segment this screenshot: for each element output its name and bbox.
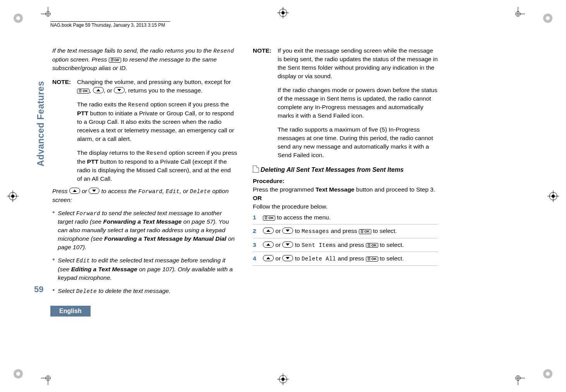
intro-text: If the text message fails to send, the r… <box>52 47 213 54</box>
step-text: to select. <box>378 255 404 262</box>
gear-mark-icon <box>541 367 554 380</box>
note-text: The display returns to the <box>77 149 146 156</box>
note-text: button to respond to a Private Call (exc… <box>77 158 231 182</box>
note-text: button to initiate a Private or Group Ca… <box>77 110 234 142</box>
bullet-text: Select <box>58 210 76 216</box>
code-edit: Edit <box>166 188 180 195</box>
crop-corner-icon <box>511 371 525 385</box>
step-text: to access the menu. <box>275 214 331 221</box>
code-sent-items: Sent Items <box>302 242 336 248</box>
right-column: NOTE: If you exit the message sending sc… <box>253 46 438 296</box>
step-text: to <box>293 228 302 234</box>
registration-mark-icon <box>277 7 289 19</box>
ptt-label: PTT <box>87 158 98 165</box>
registration-mark-icon <box>277 373 289 385</box>
page-icon <box>253 166 259 173</box>
left-column: If the text message fails to send, the r… <box>52 46 237 296</box>
gear-mark-icon <box>12 367 25 380</box>
press-text: to access the <box>99 188 138 194</box>
svg-point-29 <box>16 372 20 376</box>
down-button-icon <box>282 228 293 234</box>
svg-point-15 <box>552 195 555 198</box>
code-delete: Delete <box>76 288 97 294</box>
registration-mark-icon <box>547 190 559 202</box>
code-resend: Resend <box>146 150 167 156</box>
step-text: or <box>274 255 282 262</box>
gear-mark-icon <box>541 12 554 25</box>
up-button-icon <box>93 87 104 93</box>
gear-mark-icon <box>12 12 25 25</box>
xref: Forwarding a Text Message by Manual Dial <box>104 235 226 242</box>
step-text: to select. <box>378 241 404 248</box>
svg-point-11 <box>11 195 14 198</box>
step-number: 1 <box>253 213 259 222</box>
svg-point-27 <box>546 16 550 20</box>
ok-button-icon: ☰ OK <box>366 243 378 248</box>
step-text: to select. <box>371 228 397 234</box>
up-button-icon <box>263 241 274 248</box>
step-text: to <box>293 241 302 248</box>
procedure-text: Press the programmed <box>253 186 316 193</box>
section-heading: Deleting All Sent Text Messages from Sen… <box>261 166 404 173</box>
code-delete-all: Delete All <box>302 256 336 262</box>
step-text: or <box>274 241 282 248</box>
code-resend: Resend <box>213 48 234 54</box>
or-label: OR <box>253 194 438 202</box>
code-forward: Forward <box>138 188 162 195</box>
bullet-icon: • <box>52 209 55 252</box>
step-text: and press <box>336 255 366 262</box>
ok-button-icon: ☰ OK <box>359 229 371 234</box>
code-edit: Edit <box>76 258 90 264</box>
ok-button-icon: ☰ OK <box>366 257 378 262</box>
ok-button-icon: ☰ OK <box>109 58 121 63</box>
ptt-label: PTT <box>77 110 88 116</box>
note-text: If the radio changes mode or powers down… <box>278 86 438 120</box>
note-label: NOTE: <box>52 78 75 183</box>
crop-corner-icon <box>41 371 55 385</box>
bullet-text: Select <box>58 257 76 264</box>
note-text: option screen if you press the <box>149 101 229 108</box>
step-text: or <box>274 228 282 234</box>
step-text: and press <box>336 241 366 248</box>
follow-text: Follow the procedure below. <box>253 202 438 211</box>
sidebar-section-title: Advanced Features <box>36 81 46 166</box>
running-header: NAG.book Page 59 Thursday, January 3, 20… <box>50 21 170 28</box>
page-number: 59 <box>34 284 43 294</box>
crop-corner-icon <box>511 7 525 21</box>
press-text: Press <box>52 188 69 194</box>
svg-point-19 <box>281 378 285 381</box>
xref: Editing a Text Message <box>71 266 137 272</box>
up-button-icon <box>263 228 274 234</box>
bullet-text: to delete the text message. <box>97 288 170 294</box>
bullet-text: Select <box>58 288 76 294</box>
step-number: 3 <box>253 241 259 249</box>
registration-mark-icon <box>7 190 19 202</box>
code-messages: Messages <box>302 228 329 235</box>
step-text: and press <box>329 228 359 234</box>
down-button-icon <box>89 188 99 194</box>
ok-button-icon: ☰ OK <box>77 89 89 94</box>
note-text: Changing the volume, and pressing any bu… <box>77 79 231 85</box>
xref: Forwarding a Text Message <box>103 218 182 225</box>
intro-text: option screen. Press <box>52 56 109 63</box>
procedure-label: Procedure: <box>253 177 438 185</box>
up-button-icon <box>69 188 80 194</box>
code-delete: Delete <box>190 188 211 195</box>
procedure-text: button and proceed to Step 3. <box>354 186 435 193</box>
ok-button-icon: ☰ OK <box>263 216 275 221</box>
note-text: The radio supports a maximum of five (5)… <box>278 125 438 159</box>
crop-corner-icon <box>41 7 55 21</box>
language-badge: English <box>50 306 91 317</box>
note-text: If you exit the message sending screen w… <box>278 46 438 80</box>
step-number: 4 <box>253 254 259 263</box>
down-button-icon <box>282 255 293 261</box>
note-text: , returns you to the message. <box>125 87 202 94</box>
note-text: The radio exits the <box>77 101 128 108</box>
bullet-icon: • <box>52 256 55 282</box>
note-label: NOTE: <box>253 46 275 159</box>
code-forward: Forward <box>76 211 100 217</box>
step-number: 2 <box>253 227 259 235</box>
text-message-label: Text Message <box>316 186 355 193</box>
bullet-icon: • <box>52 287 55 296</box>
svg-point-25 <box>16 16 20 20</box>
